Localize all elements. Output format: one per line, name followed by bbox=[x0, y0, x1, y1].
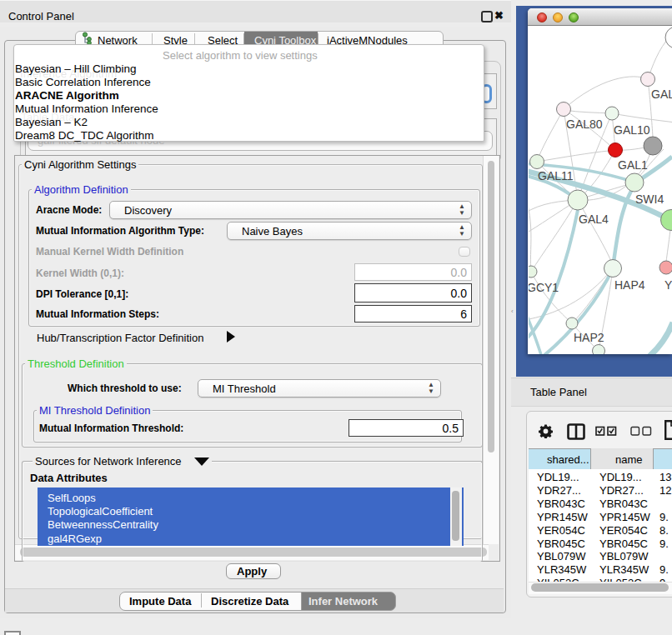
svg-text:GAL11: GAL11 bbox=[538, 169, 574, 182]
svg-text:Y: Y bbox=[664, 278, 672, 292]
svg-text:GCY1: GCY1 bbox=[529, 281, 559, 294]
svg-text:GAL80: GAL80 bbox=[566, 118, 603, 131]
svg-text:GAL: GAL bbox=[651, 88, 672, 101]
svg-text:GAL4: GAL4 bbox=[579, 212, 609, 226]
svg-text:GAL1: GAL1 bbox=[618, 158, 648, 172]
svg-text:HAP4: HAP4 bbox=[614, 278, 645, 292]
svg-text:GAL10: GAL10 bbox=[614, 123, 650, 137]
svg-text:HAP2: HAP2 bbox=[574, 331, 604, 344]
svg-text:SWI4: SWI4 bbox=[635, 192, 664, 206]
